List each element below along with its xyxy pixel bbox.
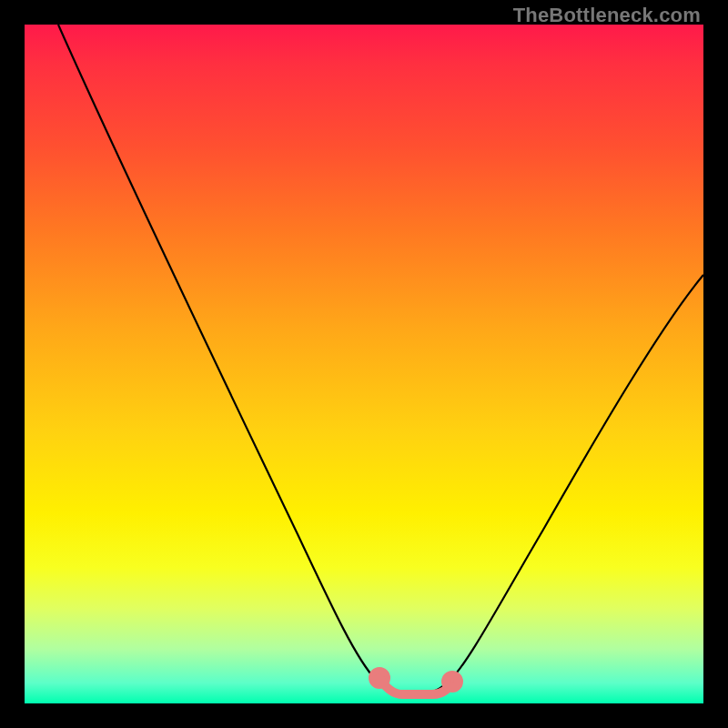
watermark-text: TheBottleneck.com bbox=[513, 4, 701, 27]
plot-area bbox=[25, 25, 703, 703]
chart-container: TheBottleneck.com bbox=[0, 0, 728, 728]
optimal-range-marker bbox=[373, 672, 459, 694]
bottleneck-curve-line bbox=[58, 25, 703, 696]
chart-svg bbox=[25, 25, 703, 703]
svg-point-1 bbox=[446, 675, 459, 688]
